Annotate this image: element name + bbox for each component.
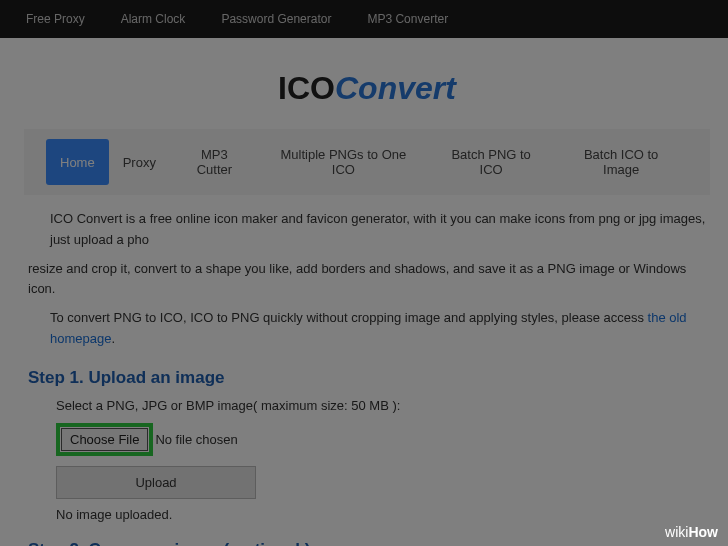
step1-title: Step 1. Upload an image bbox=[28, 368, 710, 388]
choose-file-highlight: Choose File bbox=[56, 423, 153, 456]
description-line2: resize and crop it, convert to a shape y… bbox=[28, 259, 710, 301]
step2-title: Step 2. Crop your image( optional ) bbox=[28, 540, 710, 546]
logo-part-convert: Convert bbox=[335, 70, 456, 106]
logo: ICOConvert bbox=[24, 70, 710, 107]
tab-home[interactable]: Home bbox=[46, 139, 109, 185]
tab-proxy[interactable]: Proxy bbox=[109, 139, 170, 185]
topnav-password-generator[interactable]: Password Generator bbox=[203, 12, 349, 26]
main-tabs: Home Proxy MP3 Cutter Multiple PNGs to O… bbox=[24, 129, 710, 195]
step1-sub: Select a PNG, JPG or BMP image( maximum … bbox=[56, 398, 710, 413]
description-line3-post: . bbox=[111, 331, 115, 346]
watermark-wiki: wiki bbox=[665, 524, 688, 540]
tab-batch-ico-to-image[interactable]: Batch ICO to Image bbox=[554, 139, 688, 185]
tab-mp3-cutter[interactable]: MP3 Cutter bbox=[170, 139, 259, 185]
tab-batch-png-to-ico[interactable]: Batch PNG to ICO bbox=[428, 139, 554, 185]
topnav-mp3-converter[interactable]: MP3 Converter bbox=[349, 12, 466, 26]
logo-part-ico: ICO bbox=[278, 70, 335, 106]
no-image-uploaded-text: No image uploaded. bbox=[56, 507, 710, 522]
description-line1: ICO Convert is a free online icon maker … bbox=[50, 209, 710, 251]
topnav-free-proxy[interactable]: Free Proxy bbox=[8, 12, 103, 26]
watermark-how: How bbox=[688, 524, 718, 540]
topnav-alarm-clock[interactable]: Alarm Clock bbox=[103, 12, 204, 26]
description-line3-pre: To convert PNG to ICO, ICO to PNG quickl… bbox=[50, 310, 648, 325]
choose-file-button[interactable]: Choose File bbox=[61, 428, 148, 451]
top-nav: Free Proxy Alarm Clock Password Generato… bbox=[0, 0, 728, 38]
upload-button[interactable]: Upload bbox=[56, 466, 256, 499]
page-body: ICOConvert Home Proxy MP3 Cutter Multipl… bbox=[0, 70, 728, 546]
description-line3: To convert PNG to ICO, ICO to PNG quickl… bbox=[50, 308, 710, 350]
file-input-row: Choose File No file chosen bbox=[56, 423, 710, 456]
no-file-chosen-text: No file chosen bbox=[155, 432, 237, 447]
tab-multiple-pngs[interactable]: Multiple PNGs to One ICO bbox=[259, 139, 428, 185]
wikihow-watermark: wikiHow bbox=[665, 524, 718, 540]
